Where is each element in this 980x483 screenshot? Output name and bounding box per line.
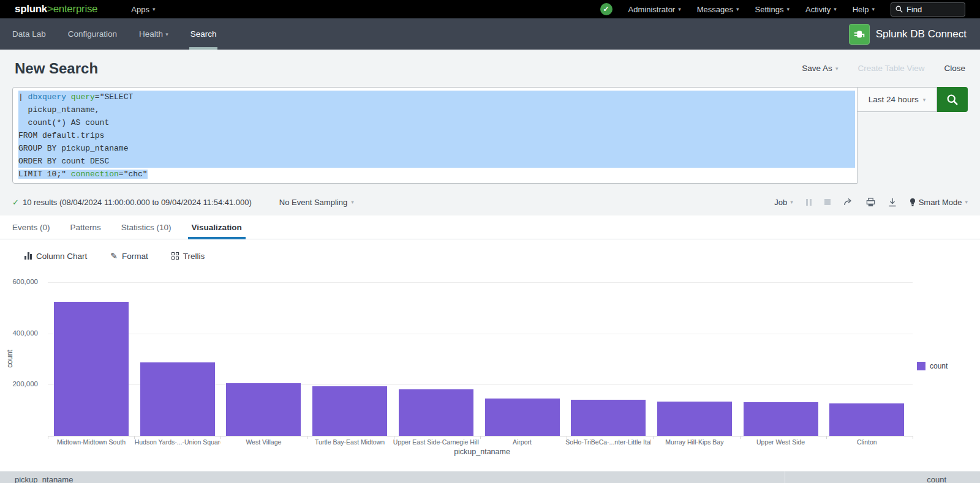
pause-button[interactable] [806, 199, 812, 206]
x-category-label: Upper West Side [738, 438, 824, 446]
search-query-input[interactable]: | dbxquery query="SELECT pickup_ntaname,… [12, 87, 858, 184]
search-bar: | dbxquery query="SELECT pickup_ntaname,… [12, 87, 968, 184]
bar[interactable] [571, 400, 646, 436]
export-button[interactable] [888, 198, 897, 207]
print-button[interactable] [866, 198, 875, 207]
caret-down-icon: ▾ [678, 6, 681, 12]
activity-menu-label: Activity [805, 5, 831, 14]
bar[interactable] [744, 402, 818, 436]
activity-menu[interactable]: Activity ▾ [805, 5, 837, 14]
trellis-button[interactable]: Trellis [172, 252, 205, 261]
db-connect-plug-icon [849, 24, 870, 45]
appbar-item-label: Configuration [68, 29, 117, 39]
topbar-right-group: ✓ Administrator ▾ Messages ▾ Settings ▾ … [600, 2, 965, 17]
time-range-picker[interactable]: Last 24 hours ▾ [858, 87, 937, 112]
app-identity[interactable]: Splunk DB Connect [849, 24, 967, 45]
results-check-icon: ✓ [12, 198, 19, 207]
help-menu-label: Help [853, 5, 869, 14]
chart-type-label: Column Chart [36, 252, 87, 261]
caret-down-icon: ▾ [165, 31, 168, 37]
search-mode-dropdown[interactable]: Smart Mode ▾ [910, 198, 968, 207]
bar[interactable] [485, 399, 560, 436]
pause-icon [806, 199, 812, 206]
create-table-view-button[interactable]: Create Table View [858, 64, 924, 73]
messages-menu[interactable]: Messages ▾ [697, 5, 739, 14]
find-search-input[interactable] [907, 5, 959, 14]
query-line: count(*) AS count [18, 116, 855, 129]
help-menu[interactable]: Help ▾ [853, 5, 875, 14]
x-category-label: Upper East Side-Carnegie Hill [393, 438, 479, 446]
bar[interactable] [829, 403, 904, 436]
appbar-item-search[interactable]: Search [190, 18, 217, 50]
appbar-item-data-lab[interactable]: Data Lab [12, 18, 46, 50]
y-tick-label: 400,000 [0, 329, 38, 337]
query-line: ORDER BY count DESC [18, 155, 855, 168]
download-icon [888, 198, 897, 207]
caret-down-icon: ▾ [965, 199, 968, 205]
close-button[interactable]: Close [944, 64, 965, 73]
tab-label: Patterns [70, 223, 101, 232]
gridline [48, 334, 913, 334]
x-category-label: West Village [221, 438, 306, 446]
legend-swatch [917, 362, 925, 370]
caret-down-icon: ▾ [834, 6, 837, 12]
appbar-item-health[interactable]: Health ▾ [139, 18, 168, 50]
tab-patterns[interactable]: Patterns [70, 215, 101, 239]
share-button[interactable] [843, 198, 853, 206]
y-tick-label: 200,000 [0, 380, 38, 388]
query-line: pickup_ntaname, [18, 103, 855, 116]
table-column-header-pickup-ntaname[interactable]: pickup_ntaname [15, 475, 73, 483]
query-line: GROUP BY pickup_ntaname [18, 142, 855, 155]
search-submit-button[interactable] [937, 87, 968, 112]
chart-legend[interactable]: count [917, 362, 948, 370]
statistics-table-header: pickup_ntaname count [0, 471, 980, 483]
table-column-header-count[interactable]: count [927, 475, 946, 483]
title-row: New Search Save As ▾ Create Table View C… [0, 50, 980, 87]
bar[interactable] [399, 389, 473, 436]
administrator-menu[interactable]: Administrator ▾ [628, 5, 681, 14]
search-mode-label: Smart Mode [919, 198, 962, 207]
tab-visualization[interactable]: Visualization [192, 215, 242, 239]
search-icon [946, 93, 959, 107]
tab-statistics[interactable]: Statistics (10) [121, 215, 172, 239]
tab-events[interactable]: Events (0) [12, 215, 50, 239]
bar[interactable] [140, 362, 215, 436]
chart-plot: 200,000400,000600,000Midtown-Midtown Sou… [0, 269, 980, 471]
messages-menu-label: Messages [697, 5, 733, 14]
tab-label: Statistics (10) [121, 223, 172, 232]
bar[interactable] [54, 302, 129, 436]
caret-down-icon: ▾ [835, 66, 839, 72]
health-status-icon[interactable]: ✓ [600, 3, 612, 15]
appbar-item-label: Health [139, 29, 163, 39]
format-button[interactable]: ✎ Format [110, 251, 148, 261]
trellis-grid-icon [172, 252, 179, 260]
stop-button[interactable] [824, 199, 831, 205]
settings-menu-label: Settings [755, 5, 784, 14]
title-actions: Save As ▾ Create Table View Close [802, 64, 965, 73]
logo-product: enterprise [53, 3, 98, 15]
caret-down-icon: ▾ [786, 6, 790, 12]
appbar-item-label: Search [190, 29, 217, 39]
appbar-item-configuration[interactable]: Configuration [68, 18, 117, 50]
job-menu[interactable]: Job ▾ [774, 198, 793, 207]
save-as-button[interactable]: Save As ▾ [802, 64, 838, 73]
apps-menu-label: Apps [131, 5, 149, 14]
apps-menu[interactable]: Apps ▾ [131, 5, 155, 14]
create-table-view-label: Create Table View [858, 64, 924, 73]
lightbulb-icon [910, 198, 916, 207]
print-icon [866, 198, 875, 207]
x-category-label: Airport [480, 438, 565, 446]
settings-menu[interactable]: Settings ▾ [755, 5, 790, 14]
bar[interactable] [657, 402, 732, 436]
find-search-box[interactable] [891, 2, 965, 17]
chart-type-button[interactable]: Column Chart [24, 252, 87, 261]
x-category-label: SoHo-TriBeCa-...nter-Little Italy [565, 438, 651, 446]
event-sampling-dropdown[interactable]: No Event Sampling ▾ [279, 198, 354, 207]
bar[interactable] [312, 386, 387, 436]
splunk-logo[interactable]: splunk>enterprise [15, 3, 97, 15]
search-page-header: New Search Save As ▾ Create Table View C… [0, 50, 980, 215]
event-sampling-label: No Event Sampling [279, 198, 347, 207]
x-category-label: Clinton [824, 438, 910, 446]
caret-down-icon: ▾ [736, 6, 739, 12]
bar[interactable] [226, 383, 301, 436]
